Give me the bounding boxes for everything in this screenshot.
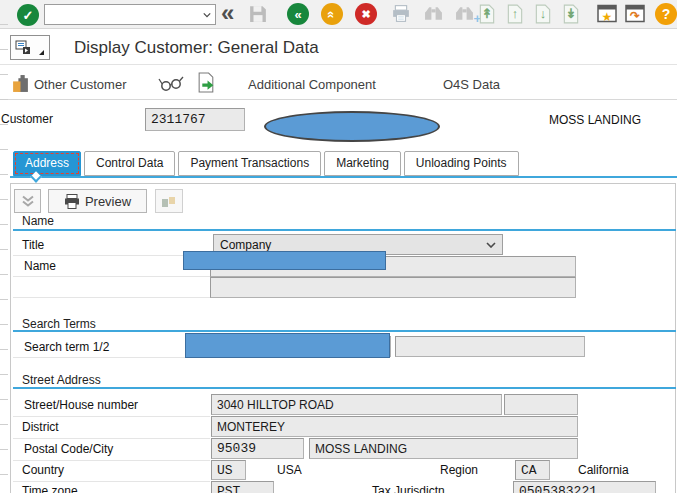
region-name-text: California	[578, 463, 629, 477]
back-icon[interactable]: «	[221, 0, 232, 27]
find-next-binoculars	[455, 5, 474, 22]
label-row-separator	[13, 460, 210, 461]
name-field-2[interactable]	[210, 277, 576, 298]
navigate-back-icon[interactable]: «	[287, 3, 309, 25]
label-row-separator	[13, 481, 210, 482]
enter-check-glyph: ✓	[23, 8, 34, 23]
new-session-icon[interactable]: ★	[597, 4, 617, 23]
help-icon[interactable]: ?	[655, 3, 677, 25]
street-label: Street/House number	[24, 398, 138, 412]
search-term-label: Search term 1/2	[24, 340, 109, 354]
next-page-icon[interactable]: ↓	[535, 4, 551, 24]
additional-component-button[interactable]: Additional Component	[248, 77, 376, 92]
title-dropdown-value: Company	[220, 238, 271, 252]
chevron-down-icon[interactable]	[203, 12, 211, 18]
time-zone-field[interactable]: PST	[211, 481, 274, 493]
last-page-icon[interactable]: ↡	[563, 4, 579, 24]
command-input[interactable]	[48, 6, 203, 23]
tab-strip: Address Control Data Payment Transaction…	[13, 151, 522, 176]
last-page-glyph: ↡	[563, 6, 579, 21]
redacted-name	[183, 251, 386, 270]
preview-button[interactable]: Preview	[48, 189, 147, 213]
save-icon[interactable]	[249, 5, 267, 23]
enter-icon[interactable]: ✓	[17, 4, 39, 26]
district-label: District	[22, 420, 59, 434]
city-field[interactable]: MOSS LANDING	[309, 438, 578, 459]
tab-payment-transactions[interactable]: Payment Transactions	[178, 151, 321, 176]
cancel-glyph: ✖	[361, 8, 370, 21]
tab-unloading-points[interactable]: Unloading Points	[404, 151, 519, 176]
layout-menu-button[interactable]	[10, 35, 50, 60]
label-row-separator	[13, 357, 210, 358]
country-code-field[interactable]: US	[211, 460, 246, 480]
search-term-2-field[interactable]	[395, 336, 585, 357]
time-zone-label: Time zone	[22, 484, 78, 493]
first-page-glyph: ↟	[479, 6, 495, 21]
create-shortcut-icon[interactable]: ↷	[625, 4, 645, 23]
district-field[interactable]: MONTEREY	[211, 416, 578, 437]
application-toolbar: Other Customer Additional Component O4S …	[0, 66, 677, 100]
command-field[interactable]	[44, 4, 216, 25]
tax-jurisdiction-field[interactable]: 0505383221	[513, 481, 656, 493]
tax-jurisdiction-label: Tax Jurisdictn	[372, 484, 445, 493]
label-row-separator	[13, 276, 210, 277]
street-address-underline	[13, 387, 676, 389]
export-document-icon[interactable]	[198, 72, 215, 97]
chevron-down-icon	[486, 242, 496, 248]
street-supplement-field[interactable]	[504, 394, 578, 415]
tab-control-data[interactable]: Control Data	[84, 151, 175, 176]
customer-city-text: MOSS LANDING	[549, 113, 641, 127]
search-terms-section-header: Search Terms	[22, 317, 96, 331]
export-doc-glyph	[198, 72, 215, 93]
dropdown-triangle-icon	[39, 50, 44, 55]
customer-number-field[interactable]: 2311767	[145, 108, 245, 131]
redacted-customer-name	[264, 111, 440, 142]
name-section-header: Name	[22, 214, 54, 228]
region-label: Region	[440, 463, 478, 477]
first-page-icon[interactable]: ↟	[479, 4, 495, 24]
shortcut-arrow-glyph: ↷	[627, 9, 643, 23]
label-row-separator	[13, 416, 210, 417]
preview-printer-icon	[64, 194, 80, 209]
customer-label: Customer	[1, 112, 53, 126]
postal-code-field[interactable]: 95039	[211, 438, 304, 459]
region-code-field[interactable]: CA	[515, 460, 550, 480]
star-glyph: ★	[599, 10, 615, 24]
o4s-data-button[interactable]: O4S Data	[443, 77, 500, 92]
preview-button-label: Preview	[85, 194, 131, 209]
find-icon[interactable]	[424, 5, 443, 22]
search-terms-underline	[13, 330, 676, 332]
international-versions-icon	[161, 194, 177, 208]
collapse-double-chevron-icon	[21, 195, 35, 208]
system-toolbar: ✓ « « « ✖ + ↟ ↑	[0, 0, 677, 29]
other-customer-button[interactable]: Other Customer	[34, 77, 126, 92]
page-up-icon[interactable]: «	[321, 3, 343, 25]
cancel-icon[interactable]: ✖	[355, 3, 377, 25]
sap-window: ✓ « « « ✖ + ↟ ↑	[0, 0, 677, 493]
title-label: Title	[22, 238, 44, 252]
next-page-glyph: ↓	[535, 6, 551, 21]
collapse-button[interactable]	[14, 189, 41, 213]
label-row-separator	[13, 297, 210, 298]
other-customer-icon[interactable]	[12, 74, 29, 93]
country-name-text: USA	[277, 463, 302, 477]
find-next-icon[interactable]: +	[455, 5, 479, 23]
tab-address[interactable]: Address	[13, 151, 81, 176]
country-label: Country	[22, 463, 64, 477]
label-row-separator	[13, 255, 210, 256]
previous-page-glyph: ↑	[507, 6, 523, 21]
postal-code-city-label: Postal Code/City	[24, 442, 113, 456]
print-icon[interactable]	[392, 5, 410, 22]
title-bar: Display Customer: General Data	[0, 30, 677, 65]
international-versions-button[interactable]	[155, 189, 183, 213]
up-glyph: «	[324, 10, 339, 17]
page-title: Display Customer: General Data	[74, 38, 319, 58]
display-glasses-icon[interactable]	[158, 76, 184, 92]
tab-strip-baseline	[10, 176, 677, 178]
previous-page-icon[interactable]: ↑	[507, 4, 523, 24]
tab-marketing[interactable]: Marketing	[324, 151, 401, 176]
redacted-search-term	[185, 333, 390, 358]
help-glyph: ?	[662, 6, 671, 22]
name-label: Name	[24, 259, 56, 273]
street-field[interactable]: 3040 HILLTOP ROAD	[211, 394, 502, 415]
